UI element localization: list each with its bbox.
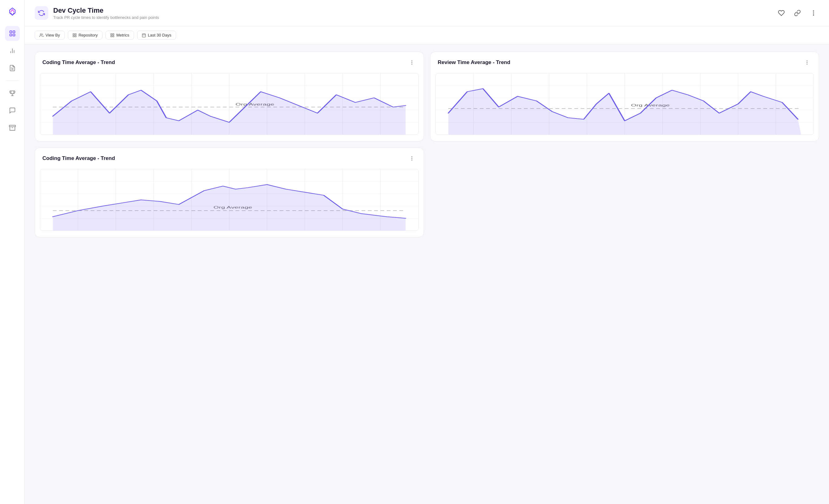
page-title: Dev Cycle Time xyxy=(53,6,159,14)
filter-repository-label: Repository xyxy=(79,33,98,37)
page-icon xyxy=(35,6,48,20)
svg-rect-0 xyxy=(10,31,11,33)
svg-rect-13 xyxy=(75,36,76,37)
svg-point-59 xyxy=(411,158,412,159)
sidebar-item-archive[interactable] xyxy=(5,120,20,135)
sidebar xyxy=(0,0,25,504)
svg-point-24 xyxy=(411,64,412,65)
card-coding-time-trend-1: Coding Time Average - Trend xyxy=(35,52,424,141)
svg-rect-2 xyxy=(10,34,11,36)
card-body-1: Org Average xyxy=(35,71,424,141)
card-title-3: Coding Time Average - Trend xyxy=(42,155,115,161)
grid-icon-metrics xyxy=(110,33,114,37)
filter-repository[interactable]: Repository xyxy=(68,31,102,40)
card-title-1: Coding Time Average - Trend xyxy=(42,60,115,66)
card-menu-1[interactable] xyxy=(407,58,416,67)
svg-rect-3 xyxy=(13,34,14,36)
chart-coding-time-1: Org Average xyxy=(40,73,419,135)
card-review-time-trend: Review Time Average - Trend xyxy=(430,52,819,141)
svg-point-58 xyxy=(411,156,412,157)
svg-point-42 xyxy=(807,64,807,65)
filter-last-30-days[interactable]: Last 30 Days xyxy=(137,31,176,40)
svg-point-22 xyxy=(411,61,412,61)
svg-point-40 xyxy=(807,61,807,61)
main-content: Dev Cycle Time Track PR cycle times to i… xyxy=(25,0,829,504)
chart-review-time: Org Average xyxy=(435,73,814,135)
svg-rect-4 xyxy=(9,125,15,127)
header-actions xyxy=(776,7,819,19)
card-body-2: Org Average xyxy=(430,71,819,141)
sidebar-divider xyxy=(6,80,19,81)
svg-rect-11 xyxy=(75,33,76,35)
svg-rect-12 xyxy=(73,36,74,37)
svg-point-23 xyxy=(411,62,412,63)
card-menu-2[interactable] xyxy=(803,58,812,67)
svg-rect-17 xyxy=(113,36,114,37)
page-subtitle: Track PR cycle times to identify bottlen… xyxy=(53,15,159,20)
sidebar-item-dashboard[interactable] xyxy=(5,26,20,41)
svg-rect-14 xyxy=(111,33,112,35)
chart-coding-time-2: Org Average xyxy=(40,169,419,231)
sidebar-item-achievements[interactable] xyxy=(5,86,20,101)
filter-metrics[interactable]: Metrics xyxy=(106,31,134,40)
svg-rect-16 xyxy=(111,36,112,37)
header-left: Dev Cycle Time Track PR cycle times to i… xyxy=(35,6,159,20)
svg-rect-10 xyxy=(73,33,74,35)
svg-point-41 xyxy=(807,62,807,63)
sidebar-item-analytics[interactable] xyxy=(5,43,20,58)
dashboard-content: Coding Time Average - Trend xyxy=(25,44,829,245)
filter-view-by[interactable]: View By xyxy=(35,31,65,40)
card-menu-3[interactable] xyxy=(407,154,416,163)
favorite-button[interactable] xyxy=(776,7,787,19)
logo[interactable] xyxy=(5,5,20,20)
grid-icon-repo xyxy=(72,33,77,37)
svg-point-60 xyxy=(411,160,412,160)
sidebar-item-reports[interactable] xyxy=(5,61,20,75)
card-body-3: Org Average xyxy=(35,167,424,237)
sidebar-item-messages[interactable] xyxy=(5,103,20,118)
svg-rect-1 xyxy=(13,31,14,33)
more-options-button[interactable] xyxy=(808,7,819,19)
filter-metrics-label: Metrics xyxy=(116,33,129,37)
svg-point-8 xyxy=(813,15,814,15)
card-title-2: Review Time Average - Trend xyxy=(438,60,511,66)
copy-link-button[interactable] xyxy=(792,7,803,19)
svg-point-7 xyxy=(813,13,814,13)
users-icon xyxy=(39,33,44,37)
card-coding-time-trend-2: Coding Time Average - Trend xyxy=(35,148,424,237)
svg-point-9 xyxy=(40,33,42,35)
svg-rect-18 xyxy=(142,34,146,37)
filter-toolbar: View By Repository Metrics Last 30 Days xyxy=(25,26,829,44)
svg-rect-15 xyxy=(113,33,114,35)
svg-point-6 xyxy=(813,11,814,11)
card-header-3: Coding Time Average - Trend xyxy=(35,148,424,167)
filter-view-by-label: View By xyxy=(45,33,60,37)
page-header: Dev Cycle Time Track PR cycle times to i… xyxy=(25,0,829,26)
filter-last-30-days-label: Last 30 Days xyxy=(148,33,172,37)
header-text: Dev Cycle Time Track PR cycle times to i… xyxy=(53,6,159,20)
card-header-1: Coding Time Average - Trend xyxy=(35,52,424,71)
card-header-2: Review Time Average - Trend xyxy=(430,52,819,71)
calendar-icon xyxy=(142,33,146,37)
